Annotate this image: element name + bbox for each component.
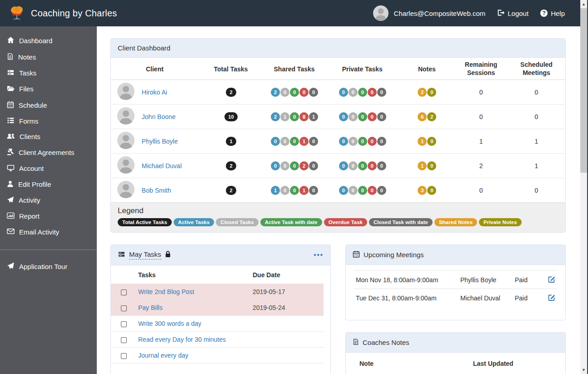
task-row: Read every Day for 30 minutes [111, 332, 324, 348]
coaches-notes-panel: Coaches Notes Note Last Updated [345, 332, 566, 374]
task-link[interactable]: Write 2nd Blog Post [138, 288, 194, 295]
overdue-tasks-badge: 2 [299, 161, 309, 170]
col-last-updated: Last Updated [468, 353, 557, 372]
sidebar-item-forms[interactable]: Forms [0, 113, 97, 129]
sidebar-item-tasks[interactable]: Tasks [0, 65, 97, 81]
folder-open-icon [7, 85, 15, 93]
chair-logo-icon [8, 5, 25, 22]
panel-title: Coaches Notes [363, 339, 409, 346]
shared-notes-badge: 1 [418, 161, 427, 170]
sidebar-item-application-tour[interactable]: Application Tour [0, 258, 97, 274]
total-tasks-badge: 2 [226, 161, 236, 170]
table-row: Bob Smith 2 10010 00000 30 0 0 [111, 178, 565, 203]
legend-closed-tasks: Closed Tasks [216, 218, 258, 226]
active-date-tasks-badge: 0 [358, 161, 367, 170]
active-date-tasks-badge: 0 [358, 137, 367, 146]
active-date-tasks-badge: 0 [290, 186, 299, 195]
sidebar-item-files[interactable]: Files [0, 81, 97, 97]
scroll-up-arrow[interactable]: ▲ [580, 0, 587, 8]
task-link[interactable]: Journal every day [138, 352, 189, 359]
col-total-tasks: Total Tasks [199, 58, 263, 80]
sidebar-item-clients[interactable]: Clients [0, 129, 97, 145]
sidebar-item-schedule[interactable]: Schedule [0, 97, 97, 113]
gavel-icon [7, 149, 14, 157]
task-checkbox[interactable] [121, 337, 127, 343]
table-row: Phyllis Boyle 1 00010 00000 10 1 1 [111, 129, 565, 154]
avatar [117, 107, 135, 125]
sidebar-divider [0, 249, 97, 250]
desktop-icon [7, 165, 15, 173]
active-tasks-badge: 0 [271, 161, 280, 170]
may-tasks-panel: May Tasks ••• Tasks Due Date Write 2nd B… [110, 244, 331, 374]
col-note: Note [354, 353, 468, 372]
home-icon [7, 36, 15, 45]
task-link[interactable]: Write 300 words a day [138, 320, 201, 327]
edit-meeting-icon[interactable] [548, 295, 555, 302]
shared-notes-badge: 6 [418, 112, 427, 121]
paper-plane-icon [7, 196, 14, 204]
closed-date-tasks-badge: 0 [309, 88, 318, 97]
task-link[interactable]: Pay Bills [138, 304, 163, 311]
meeting-status: Paid [513, 289, 545, 307]
page-scrollbar[interactable]: ▲ ▼ [580, 0, 588, 374]
help-button[interactable]: ? Help [540, 10, 565, 17]
edit-meeting-icon[interactable] [548, 277, 555, 284]
task-checkbox[interactable] [121, 321, 127, 327]
client-name-link[interactable]: Bob Smith [142, 187, 171, 194]
total-tasks-badge: 10 [224, 112, 237, 121]
total-tasks-badge: 2 [226, 88, 236, 97]
client-name-link[interactable]: John Boone [142, 113, 176, 120]
meeting-client: Phyllis Boyle [458, 271, 513, 289]
private-notes-badge: 0 [427, 161, 436, 170]
sidebar-item-email-activity[interactable]: Email Activity [0, 224, 97, 239]
scroll-down-arrow[interactable]: ▼ [580, 366, 587, 374]
client-dashboard-panel: Client Dashboard Client Total Tasks Shar… [110, 38, 566, 233]
sidebar-item-activity[interactable]: Activity [0, 192, 97, 208]
sidebar-item-edit-profile[interactable]: Edit Profile [0, 176, 97, 192]
overdue-tasks-badge: 1 [299, 137, 309, 146]
task-row: Pay Bills 2019-05-24 [111, 300, 324, 316]
task-checkbox[interactable] [121, 289, 127, 295]
panel-menu-button[interactable]: ••• [314, 253, 324, 257]
sidebar-item-client-agreements[interactable]: Client Agreements [0, 145, 97, 160]
lock-icon [165, 251, 171, 259]
remaining-sessions-value: 0 [454, 80, 508, 105]
avatar [117, 156, 135, 174]
user-menu[interactable]: Charles@CompositeWeb.com [373, 5, 486, 21]
task-checkbox[interactable] [121, 305, 127, 311]
sidebar-item-notes[interactable]: Notes [0, 49, 97, 65]
active-date-tasks-badge: 0 [290, 112, 299, 121]
meeting-row: Tue Dec 31, 8:00am-9:00am Michael Duval … [354, 289, 557, 307]
user-email: Charles@CompositeWeb.com [394, 10, 486, 17]
client-name-link[interactable]: Hiroko Ai [142, 89, 167, 96]
client-name-link[interactable]: Michael Duval [142, 162, 182, 170]
sidebar-item-dashboard[interactable]: Dashboard [0, 32, 97, 49]
brand[interactable]: Coaching by Charles [8, 5, 117, 22]
calendar-icon [7, 101, 14, 110]
private-notes-badge: 2 [427, 112, 436, 121]
legend-total-active-tasks: Total Active Tasks [118, 218, 172, 226]
panel-title[interactable]: May Tasks [129, 250, 161, 259]
sidebar: Dashboard Notes Tasks Files Schedule For… [0, 26, 97, 374]
shared-notes-badge: 1 [418, 137, 427, 146]
closed-date-tasks-badge: 0 [377, 112, 386, 121]
task-checkbox[interactable] [121, 353, 127, 359]
meeting-status: Paid [513, 271, 545, 289]
private-notes-badge: 0 [427, 137, 436, 146]
col-client: Client [111, 58, 199, 80]
task-due-date: 2019-05-17 [249, 284, 324, 300]
closed-tasks-badge: 0 [349, 137, 358, 146]
sidebar-item-report[interactable]: Report [0, 208, 97, 224]
active-tasks-badge: 2 [271, 88, 280, 97]
file-icon [353, 338, 359, 347]
sidebar-item-account[interactable]: Account [0, 160, 97, 176]
remaining-sessions-value: 1 [454, 129, 508, 154]
envelope-icon [7, 228, 15, 236]
task-link[interactable]: Read every Day for 30 minutes [138, 336, 226, 343]
logout-button[interactable]: Logout [497, 9, 528, 18]
client-name-link[interactable]: Phyllis Boyle [142, 138, 178, 145]
scrollbar-thumb[interactable] [580, 8, 587, 173]
col-tasks: Tasks [135, 265, 249, 284]
active-date-tasks-badge: 0 [290, 137, 299, 146]
active-tasks-badge: 0 [339, 161, 348, 170]
